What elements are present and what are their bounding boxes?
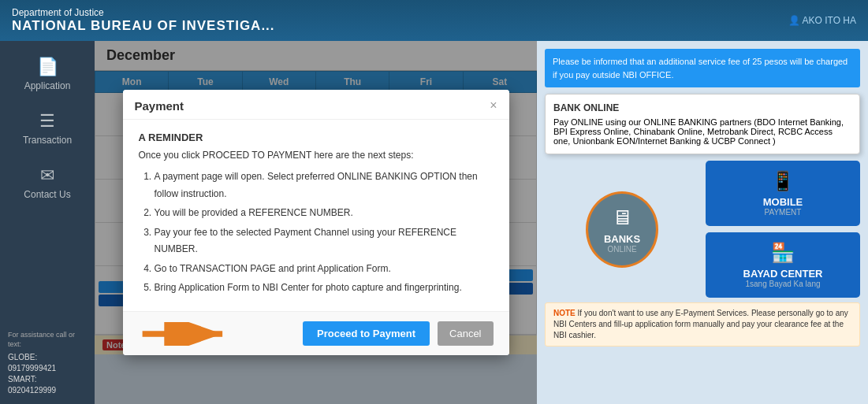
note-highlight: NOTE xyxy=(553,309,576,317)
banks-icon: 🖥 xyxy=(612,206,632,230)
username: AKO ITO HA xyxy=(803,15,856,26)
sidebar-contact-label: Contact Us xyxy=(24,189,70,200)
mobile-icon: 📱 xyxy=(771,170,795,192)
sidebar-item-application[interactable]: 📄 Application xyxy=(0,49,95,99)
list-item: A payment page will open. Select preferr… xyxy=(155,169,494,202)
mobile-sub: PAYMENT xyxy=(765,208,802,217)
sidebar-item-transaction[interactable]: ☰ Transaction xyxy=(0,103,95,154)
payment-modal: Payment × A REMINDER Once you click PROC… xyxy=(123,90,509,355)
help-title: For assistance call or text: xyxy=(8,330,87,350)
reminder-list: A payment page will open. Select preferr… xyxy=(139,169,494,297)
arrow-icon xyxy=(139,322,233,346)
cancel-button[interactable]: Cancel xyxy=(438,321,493,346)
sidebar: 📄 Application ☰ Transaction ✉ Contact Us… xyxy=(0,41,95,404)
transaction-icon: ☰ xyxy=(39,111,55,132)
header-left: Department of Justice NATIONAL BUREAU OF… xyxy=(12,7,275,34)
banks-card[interactable]: 🖥 BANKS ONLINE xyxy=(586,191,658,268)
application-icon: 📄 xyxy=(37,57,58,77)
nbi-label: NATIONAL BUREAU OF INVESTIGA... xyxy=(12,18,275,34)
banks-sub: ONLINE xyxy=(607,245,636,254)
dept-label: Department of Justice xyxy=(12,7,275,18)
smart-number: SMART: 09204129999 xyxy=(8,374,87,396)
sidebar-application-label: Application xyxy=(24,80,71,91)
reminder-intro: Once you click PROCEED TO PAYMENT here a… xyxy=(139,150,494,161)
notice-box: Please be informed that an additional se… xyxy=(545,49,860,87)
contact-icon: ✉ xyxy=(40,165,54,186)
header: Department of Justice NATIONAL BUREAU OF… xyxy=(0,0,868,41)
modal-overlay: Payment × A REMINDER Once you click PROC… xyxy=(95,41,537,404)
globe-number: GLOBE: 09179999421 xyxy=(8,352,87,374)
content-area: December Mon Tue Wed Thu Fri Sat 1 xyxy=(95,41,537,404)
modal-header: Payment × xyxy=(123,90,509,120)
list-item: Go to TRANSACTION PAGE and print Applica… xyxy=(155,261,494,278)
sidebar-item-contact[interactable]: ✉ Contact Us xyxy=(0,158,95,208)
list-item: Bring Application Form to NBI Center for… xyxy=(155,280,494,297)
bottom-note-text: If you don't want to use any E-Payment S… xyxy=(553,309,848,339)
modal-close-button[interactable]: × xyxy=(490,99,497,112)
bank-tooltip-text: Pay ONLINE using our ONLINE BANKING part… xyxy=(553,117,851,146)
modal-body: A REMINDER Once you click PROCEED TO PAY… xyxy=(123,120,509,311)
mobile-card[interactable]: 📱 MOBILE PAYMENT xyxy=(706,161,860,226)
bayad-sub: 1sang Bayad Ka lang xyxy=(745,280,820,288)
user-info: 👤 AKO ITO HA xyxy=(788,15,856,26)
help-info: For assistance call or text: GLOBE: 0917… xyxy=(0,322,95,404)
reminder-title: A REMINDER xyxy=(139,132,494,143)
modal-footer: Proceed to Payment Cancel xyxy=(123,311,509,355)
modal-title: Payment xyxy=(135,99,184,113)
bayad-card[interactable]: 🏪 BAYAD CENTER 1sang Bayad Ka lang xyxy=(706,232,860,298)
main-layout: 📄 Application ☰ Transaction ✉ Contact Us… xyxy=(0,41,868,404)
list-item: You will be provided a REFERENCE NUMBER. xyxy=(155,205,494,222)
arrow-indicator xyxy=(139,322,296,346)
sidebar-transaction-label: Transaction xyxy=(23,135,72,146)
bottom-note: NOTE If you don't want to use any E-Paym… xyxy=(545,302,860,347)
payment-options: 🖥 BANKS ONLINE 📱 MOBILE PAYMENT 🏪 BAYAD … xyxy=(545,161,860,298)
user-icon: 👤 xyxy=(788,15,803,26)
banks-label: BANKS xyxy=(604,233,640,245)
bayad-icon: 🏪 xyxy=(771,242,795,264)
bank-tooltip-title: BANK ONLINE xyxy=(553,102,851,113)
right-panel: Please be informed that an additional se… xyxy=(537,41,868,404)
list-item: Pay your fee to the selected Payment Cha… xyxy=(155,224,494,258)
bank-tooltip: BANK ONLINE Pay ONLINE using our ONLINE … xyxy=(545,94,860,154)
proceed-payment-button[interactable]: Proceed to Payment xyxy=(303,321,430,346)
mobile-label: MOBILE xyxy=(763,196,803,208)
bayad-label: BAYAD CENTER xyxy=(743,268,823,280)
